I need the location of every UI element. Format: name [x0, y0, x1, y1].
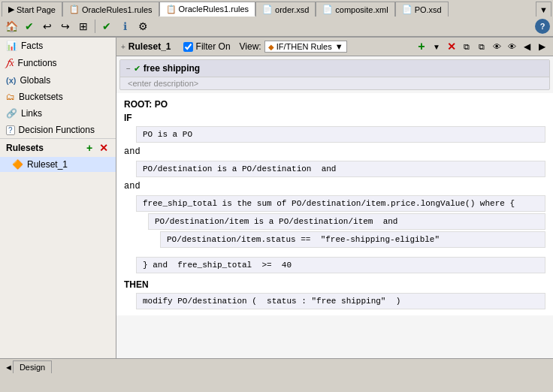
design-tab[interactable]: Design	[13, 360, 52, 373]
copy-button-1[interactable]: ⧉	[460, 40, 473, 53]
rule-line-and-2: and	[124, 179, 545, 194]
rule-line-modify[interactable]: modify PO/destination ( status : "free s…	[136, 293, 545, 309]
toolbar-divider-1	[95, 20, 95, 33]
rule-collapse-icon[interactable]: −	[126, 65, 131, 73]
composite-icon: 📄	[322, 5, 333, 14]
rules2-icon: 📋	[166, 5, 177, 14]
settings-button[interactable]: ⚙	[134, 18, 151, 35]
rule-description: <enter description>	[120, 77, 549, 89]
status-left-arrow: ◄	[5, 363, 13, 372]
remove-ruleset-button[interactable]: ✕	[98, 142, 110, 154]
rule-line-close-brace[interactable]: } and free_ship_total >= 40	[136, 257, 545, 273]
help-button[interactable]: ?	[535, 19, 550, 34]
filter-checkbox[interactable]	[183, 42, 193, 52]
tab-composite[interactable]: 📄 composite.xml	[316, 2, 394, 17]
view-value: IF/THEN Rules	[276, 42, 332, 51]
tab-rules1[interactable]: 📋 OracleRules1.rules	[62, 2, 159, 17]
expand-icon[interactable]: +	[121, 43, 125, 51]
start-page-icon: ▶	[8, 5, 14, 14]
spacer-1	[124, 249, 545, 255]
view-button-1[interactable]: 👁	[490, 40, 503, 53]
functions-icon: 𝑓x	[6, 57, 14, 69]
rule-line-then: THEN	[124, 278, 545, 291]
tab-rules2[interactable]: 📋 OracleRules1.rules	[159, 2, 256, 17]
filter-label: Filter On	[196, 41, 231, 52]
rule-line-item-status[interactable]: PO/destination/item.status == "free-ship…	[160, 231, 545, 248]
info-button[interactable]: ℹ	[116, 18, 133, 35]
sidebar-item-bucketsets[interactable]: 🗂 Bucketsets	[0, 89, 116, 105]
tab-bar: ▶ Start Page 📋 OracleRules1.rules 📋 Orac…	[0, 0, 553, 17]
undo-button[interactable]: ↩	[39, 18, 56, 35]
rulesets-label: Rulesets	[6, 143, 81, 153]
globals-icon: (x)	[6, 76, 16, 85]
ruleset-item-1[interactable]: 🔶 Ruleset_1	[0, 157, 116, 172]
sidebar-item-decision-functions[interactable]: ? Decision Functions	[0, 122, 116, 138]
add-rule-dropdown[interactable]: ▼	[430, 40, 443, 53]
rule-line-po-is-a-po[interactable]: PO is a PO	[136, 126, 545, 143]
view-button-2[interactable]: 👁	[505, 40, 518, 53]
add-ruleset-button[interactable]: +	[83, 142, 95, 154]
decision-functions-icon: ?	[6, 125, 15, 135]
rule-block: − ✔ free shipping <enter description>	[119, 59, 550, 90]
tab-overflow[interactable]: ▼	[536, 2, 551, 17]
sidebar-item-links[interactable]: 🔗 Links	[0, 105, 116, 122]
rule-line-and-1: and	[124, 144, 545, 159]
sidebar-item-globals[interactable]: (x) Globals	[0, 72, 116, 89]
rule-title: free shipping	[144, 63, 200, 74]
ruleset-icon: 🔶	[12, 159, 23, 170]
tab-po[interactable]: 📄 PO.xsd	[395, 2, 449, 17]
content-area: + Ruleset_1 Filter On View: ◆ IF/THEN Ru…	[116, 38, 553, 358]
copy-button-2[interactable]: ⧉	[475, 40, 488, 53]
add-rule-button[interactable]: +	[415, 40, 428, 53]
delete-rule-button[interactable]: ✕	[445, 40, 458, 53]
view-dropdown-icon: ▼	[335, 42, 343, 51]
ruleset-toolbar-icons: + ▼ ✕ ⧉ ⧉ 👁 👁 ◀ ▶	[415, 40, 548, 53]
links-icon: 🔗	[6, 108, 17, 119]
ruleset-toolbar: + Ruleset_1 Filter On View: ◆ IF/THEN Ru…	[116, 38, 553, 56]
rule-header: − ✔ free shipping	[120, 60, 549, 77]
facts-icon: 📊	[6, 41, 17, 51]
grid-button[interactable]: ⊞	[75, 18, 92, 35]
rule-line-if: IF	[124, 111, 545, 125]
rule-line-destination[interactable]: PO/destination is a PO/destination and	[136, 161, 545, 177]
sidebar: 📊 Facts 𝑓x Functions (x) Globals 🗂 Bucke…	[0, 38, 116, 358]
rule-line-item-is-a[interactable]: PO/destination/item is a PO/destination/…	[148, 213, 545, 230]
ruleset-name: Ruleset_1	[128, 41, 171, 52]
po-icon: 📄	[402, 5, 412, 14]
rulesets-header: Rulesets + ✕	[0, 138, 116, 157]
status-bar: ◄ Design	[0, 358, 553, 375]
main-layout: 📊 Facts 𝑓x Functions (x) Globals 🗂 Bucke…	[0, 37, 553, 358]
order-icon: 📄	[262, 5, 273, 14]
rule-line-root: ROOT: PO	[124, 98, 545, 111]
main-toolbar: 🏠 ✔ ↩ ↪ ⊞ ✔ ℹ ⚙ ?	[0, 17, 553, 37]
bucketsets-icon: 🗂	[6, 92, 15, 102]
rules1-icon: 📋	[69, 5, 80, 14]
check-button[interactable]: ✔	[21, 18, 38, 35]
tab-start-page[interactable]: ▶ Start Page	[2, 2, 62, 17]
rule-line-sum[interactable]: free_ship_total is the sum of PO/destina…	[136, 195, 545, 212]
rule-content: ROOT: PO IF PO is a PO and PO/destinatio…	[116, 93, 553, 315]
sidebar-item-functions[interactable]: 𝑓x Functions	[0, 54, 116, 72]
view-select[interactable]: ◆ IF/THEN Rules ▼	[264, 41, 347, 53]
redo-button[interactable]: ↪	[57, 18, 74, 35]
tab-order[interactable]: 📄 order.xsd	[255, 2, 316, 17]
home-button[interactable]: 🏠	[3, 18, 20, 35]
rule-check-icon: ✔	[134, 64, 141, 74]
sidebar-item-facts[interactable]: 📊 Facts	[0, 38, 116, 54]
validate-button[interactable]: ✔	[98, 18, 115, 35]
nav-left-button[interactable]: ◀	[520, 40, 533, 53]
nav-right-button[interactable]: ▶	[535, 40, 548, 53]
view-diamond-icon: ◆	[268, 43, 274, 51]
view-label: View:	[240, 41, 261, 52]
